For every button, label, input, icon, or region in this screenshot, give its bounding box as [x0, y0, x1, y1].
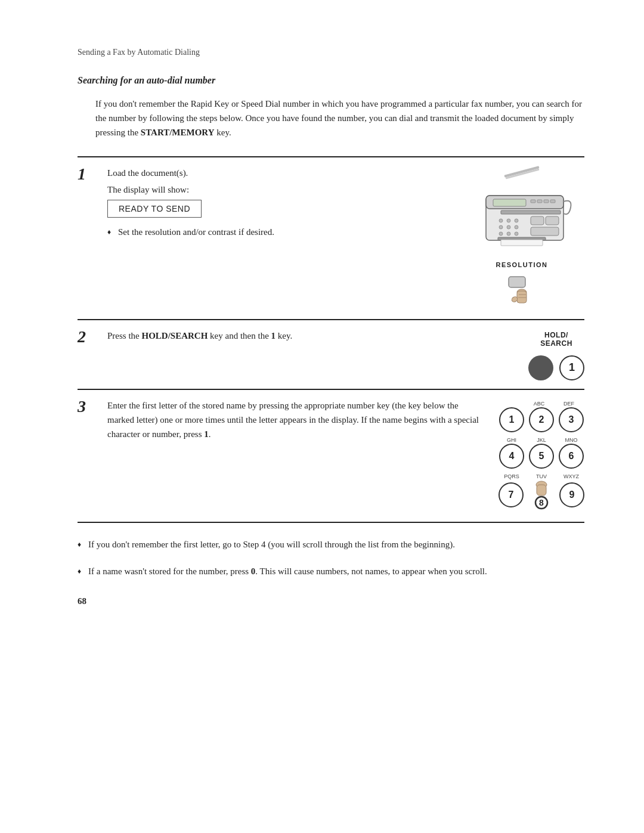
step-1-number: 1: [78, 165, 100, 184]
page: Sending a Fax by Automatic Dialing Searc…: [0, 0, 644, 833]
key-7: 7: [499, 482, 524, 507]
resolution-hand-icon: [504, 272, 540, 311]
step-2-block: 2 Press the HOLD/SEARCH key and then the…: [78, 319, 584, 389]
step-2-main-text: Press the HOLD/SEARCH key and then the 1…: [107, 329, 516, 343]
keypad-row-2: 4 5 6: [499, 444, 584, 469]
svg-rect-6: [537, 200, 542, 203]
keypad-row-3: 7 8 9: [499, 480, 584, 510]
step-3-number: 3: [78, 397, 100, 416]
bullet-2: If a name wasn't stored for the number, …: [78, 564, 584, 578]
svg-rect-31: [537, 485, 546, 496]
step-1-main-text: Load the document(s).: [107, 166, 459, 180]
svg-point-14: [507, 225, 510, 229]
finger-on-8-icon: 8: [528, 480, 555, 510]
step-1-display-label: The display will show:: [107, 185, 459, 195]
svg-text:8: 8: [539, 498, 544, 507]
svg-rect-21: [531, 227, 559, 236]
svg-rect-4: [493, 199, 526, 206]
key-8-with-finger: 8: [528, 480, 555, 510]
step-1-block: 1 Load the document(s). The display will…: [78, 156, 584, 319]
section-title: Searching for an auto-dial number: [78, 75, 584, 86]
svg-rect-8: [550, 200, 555, 203]
display-box: READY TO SEND: [107, 200, 202, 218]
svg-rect-7: [544, 200, 549, 203]
hold-search-button: [528, 355, 553, 380]
intro-paragraph: If you don't remember the Rapid Key or S…: [95, 97, 584, 140]
svg-point-11: [507, 219, 510, 222]
step-1-right: RESOLUTION: [459, 166, 584, 311]
svg-rect-23: [501, 240, 543, 246]
bullet-1: If you don't remember the first letter, …: [78, 537, 584, 552]
step-3-block: 3 Enter the first letter of the stored n…: [78, 389, 584, 523]
step-2-number: 2: [78, 327, 100, 346]
resolution-label: RESOLUTION: [496, 261, 547, 268]
svg-rect-9: [501, 210, 561, 214]
key-1: 1: [499, 407, 524, 432]
step-3-main-text: Enter the first letter of the stored nam…: [107, 398, 487, 441]
hold-search-buttons: 1: [528, 355, 584, 380]
step-3-content: Enter the first letter of the stored nam…: [107, 398, 487, 446]
breadcrumb: Sending a Fax by Automatic Dialing: [78, 48, 584, 57]
svg-point-10: [499, 219, 503, 222]
svg-point-18: [515, 232, 518, 236]
key-1-button: 1: [559, 355, 584, 380]
bottom-bullets: If you don't remember the first letter, …: [78, 537, 584, 578]
svg-point-13: [499, 225, 503, 229]
svg-rect-5: [531, 200, 535, 203]
svg-point-17: [507, 232, 510, 236]
svg-rect-0: [504, 166, 540, 177]
key-6: 6: [559, 444, 584, 469]
step-2-content: Press the HOLD/SEARCH key and then the 1…: [107, 329, 516, 348]
key-5: 5: [529, 444, 554, 469]
resolution-illustration: RESOLUTION: [496, 261, 547, 311]
svg-point-16: [499, 232, 503, 236]
keypad-illustration: ABC DEF 1 2 3 GHI JKL MNO 4 5 6: [487, 398, 584, 513]
page-number: 68: [78, 596, 584, 606]
svg-point-15: [515, 225, 518, 229]
svg-rect-20: [546, 216, 559, 225]
key-2: 2: [529, 407, 554, 432]
svg-rect-26: [517, 291, 527, 303]
fax-machine-illustration: [468, 166, 575, 249]
key-3: 3: [559, 407, 584, 432]
key-4: 4: [499, 444, 524, 469]
hold-search-label: HOLD/SEARCH: [540, 331, 572, 348]
step-1-left: Load the document(s). The display will s…: [107, 166, 459, 241]
svg-rect-19: [531, 216, 544, 225]
svg-rect-24: [509, 277, 525, 287]
hold-search-illustration: HOLD/SEARCH 1: [516, 329, 584, 380]
step-1-bullet: Set the resolution and/or contrast if de…: [107, 225, 459, 239]
svg-point-12: [515, 219, 518, 222]
keypad-row-1: 1 2 3: [499, 407, 584, 432]
key-9: 9: [559, 482, 584, 507]
